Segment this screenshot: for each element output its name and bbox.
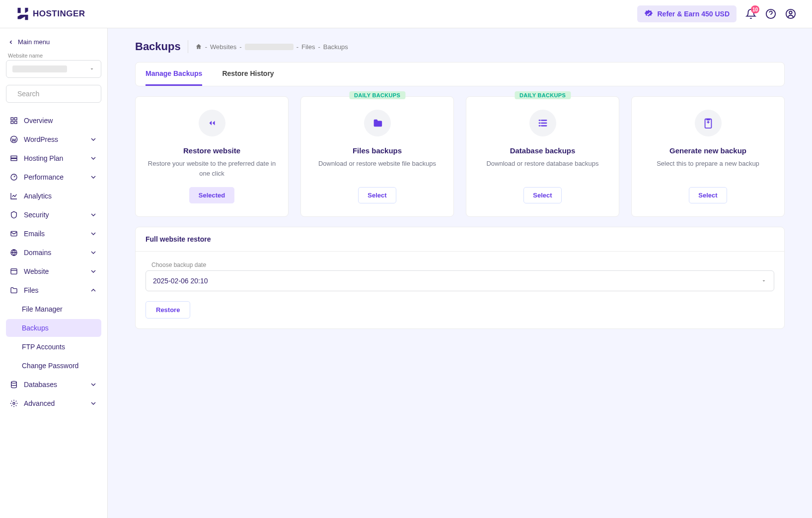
breadcrumb: - Websites - - Files - Backups bbox=[195, 43, 348, 51]
sidebar-sub-ftp[interactable]: FTP Accounts bbox=[6, 338, 101, 356]
card-title: Database backups bbox=[510, 146, 576, 155]
sidebar-item-wordpress[interactable]: WordPress bbox=[6, 130, 101, 148]
sidebar-item-website[interactable]: Website bbox=[6, 262, 101, 280]
folder-icon bbox=[364, 110, 391, 136]
gauge-icon bbox=[10, 173, 18, 181]
card-restore-website: Restore website Restore your website to … bbox=[135, 96, 289, 217]
website-selector[interactable] bbox=[6, 60, 101, 78]
add-document-icon bbox=[695, 110, 722, 136]
sidebar-item-databases[interactable]: Databases bbox=[6, 376, 101, 393]
card-files-backups-button[interactable]: Select bbox=[358, 187, 396, 203]
chevron-left-icon bbox=[8, 39, 14, 45]
search-box[interactable] bbox=[6, 85, 101, 103]
shield-icon bbox=[10, 211, 18, 219]
tab-manage-backups[interactable]: Manage Backups bbox=[146, 63, 202, 86]
sidebar-item-hosting-plan[interactable]: Hosting Plan bbox=[6, 149, 101, 167]
crumb-files[interactable]: Files bbox=[301, 43, 315, 51]
server-icon bbox=[10, 154, 18, 162]
crumb-backups: Backups bbox=[323, 43, 348, 51]
sidebar-sub-backups[interactable]: Backups bbox=[6, 319, 101, 337]
backup-date-label: Choose backup date bbox=[151, 261, 774, 268]
globe-icon bbox=[10, 249, 18, 257]
card-description: Download or restore database backups bbox=[486, 159, 598, 178]
refer-earn-button[interactable]: Refer & Earn 450 USD bbox=[637, 5, 737, 22]
hostinger-logo-icon bbox=[16, 7, 30, 21]
sidebar-item-advanced[interactable]: Advanced bbox=[6, 394, 101, 412]
account-button[interactable] bbox=[785, 8, 796, 19]
chevron-down-icon bbox=[89, 381, 97, 388]
badge-icon bbox=[644, 9, 653, 18]
card-database-backups: Database backups Download or restore dat… bbox=[466, 96, 619, 217]
notifications-button[interactable]: 10 bbox=[745, 8, 756, 19]
search-input[interactable] bbox=[17, 90, 104, 98]
crumb-site-redacted bbox=[245, 44, 294, 50]
svg-point-15 bbox=[11, 381, 17, 383]
logo[interactable]: HOSTINGER bbox=[16, 7, 85, 21]
chart-icon bbox=[10, 192, 18, 200]
chevron-down-icon bbox=[89, 230, 97, 238]
daily-backups-tag: DAILY BACKUPS bbox=[515, 91, 571, 99]
gear-icon bbox=[10, 399, 18, 407]
sidebar-sub-change-password[interactable]: Change Password bbox=[6, 357, 101, 375]
sidebar-item-security[interactable]: Security bbox=[6, 206, 101, 224]
website-name-redacted bbox=[12, 65, 67, 72]
card-generate-backup-button[interactable]: Select bbox=[689, 187, 727, 203]
chevron-down-icon bbox=[89, 154, 97, 162]
sidebar-item-overview[interactable]: Overview bbox=[6, 112, 101, 130]
backup-date-value: 2025-02-06 20:10 bbox=[153, 277, 208, 285]
tab-restore-history[interactable]: Restore History bbox=[222, 63, 274, 86]
daily-backups-tag: DAILY BACKUPS bbox=[349, 91, 405, 99]
sidebar-item-files[interactable]: Files bbox=[6, 281, 101, 299]
svg-rect-14 bbox=[11, 269, 17, 274]
home-icon[interactable] bbox=[195, 43, 202, 50]
user-icon bbox=[785, 8, 796, 19]
caret-down-icon bbox=[761, 278, 767, 284]
chevron-down-icon bbox=[89, 211, 97, 219]
sidebar-item-analytics[interactable]: Analytics bbox=[6, 187, 101, 205]
svg-point-16 bbox=[13, 402, 15, 404]
page-title: Backups bbox=[135, 40, 188, 53]
chevron-up-icon bbox=[89, 286, 97, 294]
grid-icon bbox=[10, 117, 18, 125]
mail-icon bbox=[10, 230, 18, 238]
sidebar-sub-file-manager[interactable]: File Manager bbox=[6, 300, 101, 318]
card-generate-backup: Generate new backup Select this to prepa… bbox=[631, 96, 785, 217]
chevron-down-icon bbox=[89, 135, 97, 143]
panel-title: Full website restore bbox=[136, 227, 784, 252]
card-description: Select this to prepare a new backup bbox=[657, 159, 759, 178]
svg-rect-10 bbox=[11, 159, 17, 161]
help-icon bbox=[765, 8, 776, 19]
help-button[interactable] bbox=[765, 8, 776, 19]
window-icon bbox=[10, 267, 18, 275]
sidebar-item-emails[interactable]: Emails bbox=[6, 225, 101, 243]
crumb-websites[interactable]: Websites bbox=[210, 43, 236, 51]
logo-text: HOSTINGER bbox=[33, 9, 85, 19]
card-title: Generate new backup bbox=[669, 146, 746, 155]
backup-date-dropdown[interactable]: 2025-02-06 20:10 bbox=[146, 270, 774, 291]
main-content: Backups - Websites - - Files - Backups M… bbox=[108, 28, 812, 518]
website-name-label: Website name bbox=[6, 53, 101, 59]
caret-down-icon bbox=[89, 66, 95, 72]
card-database-backups-button[interactable]: Select bbox=[523, 187, 561, 203]
folder-icon bbox=[10, 286, 18, 294]
card-description: Restore your website to the preferred da… bbox=[146, 159, 278, 178]
card-description: Download or restore website file backups bbox=[318, 159, 436, 178]
restore-button[interactable]: Restore bbox=[146, 301, 190, 319]
chevron-down-icon bbox=[89, 399, 97, 407]
main-menu-link[interactable]: Main menu bbox=[6, 34, 101, 50]
card-title: Files backups bbox=[353, 146, 402, 155]
svg-rect-4 bbox=[11, 118, 13, 120]
rewind-icon bbox=[199, 110, 225, 136]
svg-rect-7 bbox=[14, 121, 17, 124]
svg-rect-6 bbox=[11, 121, 13, 124]
sidebar-item-performance[interactable]: Performance bbox=[6, 168, 101, 186]
svg-point-2 bbox=[789, 11, 792, 14]
wordpress-icon bbox=[10, 135, 18, 143]
sidebar: Main menu Website name Overview WordPres… bbox=[0, 28, 108, 518]
sidebar-item-domains[interactable]: Domains bbox=[6, 244, 101, 261]
database-icon bbox=[10, 381, 18, 388]
chevron-down-icon bbox=[89, 173, 97, 181]
chevron-down-icon bbox=[89, 267, 97, 275]
list-icon bbox=[529, 110, 556, 136]
card-restore-website-button[interactable]: Selected bbox=[189, 187, 234, 203]
